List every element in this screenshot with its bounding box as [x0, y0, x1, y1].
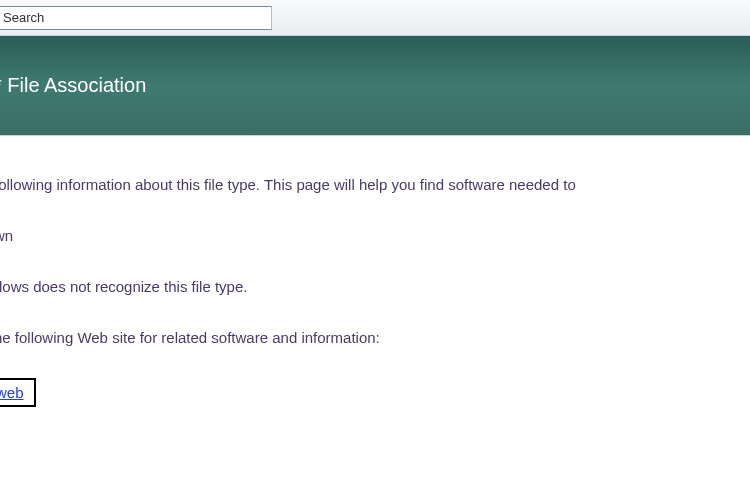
intro-text: following information about this file ty… — [0, 174, 750, 195]
search-input[interactable]: Search — [0, 6, 272, 30]
description-text: dows does not recognize this file type. — [0, 276, 750, 297]
instruction-text: he following Web site for related softwa… — [0, 327, 750, 348]
web-link-container: web — [0, 378, 36, 407]
browser-toolbar: Search — [0, 0, 750, 36]
filetype-text: wn — [0, 225, 750, 246]
page-title: * File Association — [0, 74, 146, 97]
page-content: following information about this file ty… — [0, 136, 750, 407]
web-link[interactable]: web — [0, 384, 24, 401]
page-banner: * File Association — [0, 36, 750, 136]
search-label: Search — [3, 7, 44, 29]
